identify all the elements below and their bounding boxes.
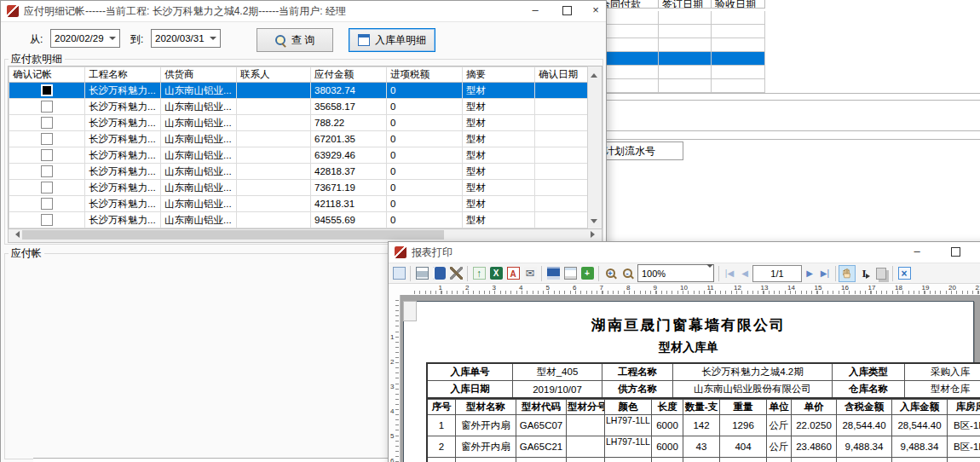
scrollbar-thumb[interactable] — [22, 230, 444, 240]
contract-grid-row[interactable] — [597, 38, 765, 52]
confirm-checkbox[interactable] — [41, 198, 53, 210]
open-report-button[interactable] — [562, 265, 579, 282]
minimize-button[interactable]: – — [904, 242, 930, 262]
mail-button[interactable]: ✉ — [522, 265, 539, 282]
chevron-down-icon[interactable] — [106, 30, 119, 47]
confirm-checkbox[interactable] — [41, 101, 53, 113]
payable-table-row[interactable]: 长沙万科魅力...山东南山铝业... 38032.740型材 405 — [9, 83, 589, 99]
contract-grid-row[interactable] — [597, 52, 765, 66]
payable-col-header-3[interactable]: 联系人 — [237, 67, 311, 83]
confirm-checkbox[interactable] — [41, 117, 53, 129]
payable-table-row[interactable]: 长沙万科魅力...山东南山铝业... 35658.170型材 376 — [9, 99, 589, 115]
tools-button[interactable] — [447, 265, 464, 282]
report-cell — [456, 458, 516, 462]
chevron-down-icon[interactable] — [206, 30, 220, 47]
zoom-in-button[interactable]: + — [602, 265, 619, 282]
page-number-box[interactable]: 1/1 — [752, 265, 802, 282]
book-button[interactable] — [430, 265, 447, 282]
payable-cell: 73671.19 — [311, 180, 387, 196]
ruler-number: 12 — [734, 284, 741, 292]
export-button[interactable]: ↑ — [470, 265, 487, 282]
minimize-button[interactable]: – — [522, 1, 548, 20]
payable-col-header-7[interactable]: 确认日期 — [535, 67, 589, 83]
text-select-button[interactable]: I — [856, 265, 873, 282]
next-page-button[interactable]: ▶ — [802, 266, 817, 281]
hand-tool-button[interactable] — [839, 265, 856, 282]
report-preview-area[interactable]: 123456 湖南亘晟门窗幕墙有限公司 型材入库单 入库单号型材_405工程名称… — [389, 295, 980, 462]
maximize-button[interactable] — [554, 1, 579, 20]
zoom-in-icon: + — [606, 269, 615, 278]
payable-col-header-6[interactable]: 摘要 — [463, 67, 535, 83]
report-col-header-11: 入库金额 — [892, 400, 948, 415]
payable-table-row[interactable]: 长沙万科魅力...山东南山铝业... 42118.310型材 265 — [9, 196, 589, 212]
scroll-left-icon[interactable] — [12, 231, 20, 238]
scroll-right-icon[interactable] — [591, 231, 598, 238]
payable-table-row[interactable]: 长沙万科魅力...山东南山铝业... 73671.190型材 266 — [9, 180, 589, 196]
zoom-out-button[interactable]: - — [619, 265, 636, 282]
add-button[interactable]: + — [579, 265, 596, 282]
print-button[interactable] — [413, 265, 430, 282]
payable-table-row[interactable]: 长沙万科魅力...山东南山铝业... 42818.370型材 275 — [9, 164, 589, 180]
ruler-number: 4 — [390, 407, 394, 415]
report-cell — [948, 458, 980, 462]
maximize-button[interactable] — [943, 242, 968, 262]
excel-export-button[interactable]: X — [487, 265, 504, 282]
chevron-down-icon[interactable] — [706, 268, 713, 280]
contract-grid-row[interactable] — [597, 25, 765, 38]
from-date-combo[interactable]: 2020/02/29 — [50, 29, 120, 48]
contract-grid-row[interactable] — [597, 11, 765, 25]
zoom-level-combo[interactable]: 100% — [637, 264, 714, 282]
payable-table-row[interactable]: 长沙万科魅力...山东南山铝业... 63929.460型材 276 — [9, 147, 589, 164]
page-setup-button[interactable] — [390, 265, 407, 282]
payable-cell — [237, 115, 311, 131]
confirm-checkbox[interactable] — [41, 133, 53, 145]
window2-titlebar[interactable]: 报表打印 – × — [389, 242, 980, 263]
save-button[interactable] — [545, 265, 562, 282]
close-button[interactable]: × — [585, 1, 606, 20]
confirm-checkbox[interactable] — [41, 214, 53, 226]
payable-col-header-2[interactable]: 供货商 — [161, 67, 237, 83]
confirm-cell — [9, 212, 85, 228]
previous-page-button[interactable]: ◀ — [737, 266, 752, 281]
report-cell: 1 — [427, 415, 456, 436]
payable-table-row[interactable]: 长沙万科魅力...山东南山铝业... 788.220型材 358 — [9, 115, 589, 131]
to-date-combo[interactable]: 2020/03/31 — [151, 29, 221, 48]
contract-grid-row[interactable] — [597, 66, 765, 79]
query-button[interactable]: 查 询 — [257, 28, 333, 52]
payable-col-header-1[interactable]: 工程名称 — [85, 67, 161, 83]
confirm-checkbox[interactable] — [41, 149, 53, 161]
scroll-up-icon[interactable] — [589, 67, 599, 79]
report-print-window: 报表打印 – × ↑XA✉++- 100% |◀ ◀ 1/1 ▶ ▶| I — [388, 241, 980, 462]
confirm-cell — [9, 99, 85, 115]
report-info-label: 工程名称 — [602, 363, 673, 381]
last-page-button[interactable]: ▶| — [817, 266, 833, 281]
payable-cell: 长沙万科魅力... — [85, 115, 161, 131]
report-toolbar: ↑XA✉++- 100% |◀ ◀ 1/1 ▶ ▶| I × — [389, 263, 980, 284]
payable-col-header-0[interactable]: 确认记帐 — [9, 67, 85, 83]
pdf-export-button[interactable]: A — [504, 265, 522, 282]
payable-cell: 67201.35 — [311, 131, 387, 147]
scroll-down-icon[interactable] — [589, 217, 599, 228]
report-col-header-6: 数量-支 — [683, 400, 720, 415]
divider-line — [597, 139, 980, 140]
payable-col-header-4[interactable]: 应付金额 — [311, 67, 387, 83]
confirm-checkbox[interactable] — [41, 182, 53, 193]
copy-pages-button[interactable] — [873, 265, 890, 282]
report-company-title: 湖南亘晟门窗幕墙有限公司 — [404, 315, 973, 335]
confirm-checkbox[interactable] — [41, 165, 53, 177]
payable-table-row[interactable]: 长沙万科魅力...山东南山铝业... 67201.350型材 283 — [9, 131, 589, 147]
payable-col-header-5[interactable]: 进项税额 — [387, 67, 463, 83]
contract-grid-row[interactable] — [597, 79, 765, 93]
window1-titlebar[interactable]: 应付明细记帐------当前工程: 长沙万科魅力之城4.2期------当前用户… — [1, 1, 606, 22]
ruler-number: 7 — [600, 284, 603, 292]
report-cell — [567, 436, 605, 458]
vertical-scrollbar[interactable] — [587, 66, 602, 230]
payable-cell — [535, 147, 589, 164]
first-page-button[interactable]: |◀ — [722, 266, 737, 281]
inbound-detail-button[interactable]: 入库单明细 — [349, 28, 435, 52]
confirm-checkbox[interactable] — [41, 84, 53, 96]
close-preview-button[interactable]: × — [896, 265, 913, 282]
payable-table-row[interactable]: 长沙万科魅力...山东南山铝业... 94555.690型材 251 — [9, 212, 589, 228]
payable-cell — [237, 131, 311, 147]
zoom-out-icon: - — [623, 269, 632, 278]
